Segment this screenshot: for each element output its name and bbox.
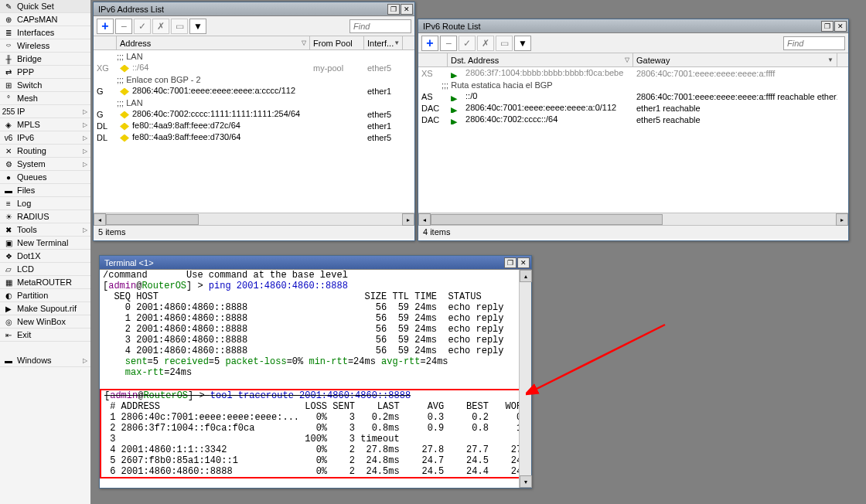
sidebar-item-files[interactable]: ▬Files: [0, 184, 90, 197]
remove-button[interactable]: −: [115, 19, 132, 34]
chevron-right-icon: ▷: [83, 148, 87, 155]
sidebar-item-exit[interactable]: ⇤Exit: [0, 329, 90, 342]
close-button[interactable]: ✕: [834, 21, 847, 32]
col-flags[interactable]: [418, 53, 448, 66]
sidebar-item-new-terminal[interactable]: ▣New Terminal: [0, 237, 90, 250]
remove-button[interactable]: −: [440, 36, 457, 51]
find-input[interactable]: [349, 19, 411, 33]
filter-button[interactable]: ▼: [514, 36, 531, 51]
sidebar-item-lcd[interactable]: ▱LCD: [0, 263, 90, 276]
table-row[interactable]: DLfe80::4aa9:8aff:feee:d730/64ether5: [94, 131, 414, 143]
col-dst[interactable]: Dst. Address▽: [448, 53, 633, 66]
table-row[interactable]: ;;; Enlace con BGP - 2: [94, 73, 414, 85]
restore-button[interactable]: ❐: [821, 21, 834, 32]
interfaces-icon: ≣: [3, 27, 14, 38]
sidebar-item-mpls[interactable]: ◈MPLS▷: [0, 118, 90, 131]
filter-button[interactable]: ▼: [189, 19, 206, 34]
restore-button[interactable]: ❐: [387, 4, 400, 15]
route-icon: ▶: [451, 117, 460, 124]
sidebar-item-log[interactable]: ≡Log: [0, 197, 90, 210]
ipv6-route-list-window: IPv6 Route List ❐ ✕ + − ✓ ✗ ▭ ▼ Dst. Add…: [418, 19, 849, 241]
address-icon: [120, 111, 129, 119]
comment-button[interactable]: ▭: [496, 36, 513, 51]
sidebar-item-routing[interactable]: ✕Routing▷: [0, 145, 90, 158]
table-row[interactable]: DLfe80::4aa9:8aff:feee:d72c/64ether1: [94, 120, 414, 131]
disable-button[interactable]: ✗: [477, 36, 494, 51]
enable-button[interactable]: ✓: [459, 36, 476, 51]
sidebar-item-label: PPP: [17, 67, 34, 77]
sidebar-item-label: MetaROUTER: [17, 278, 72, 287]
sidebar-item-quick-set[interactable]: ✎Quick Set: [0, 0, 90, 13]
sidebar-item-switch[interactable]: ⊞Switch: [0, 79, 90, 92]
statusbar: 5 items: [94, 225, 414, 239]
close-button[interactable]: ✕: [401, 4, 413, 15]
sidebar-item-label: Dot1X: [17, 251, 41, 261]
titlebar[interactable]: IPv6 Address List ❐ ✕: [94, 2, 414, 16]
find-input[interactable]: [783, 36, 845, 50]
terminal-window: Terminal <1> ❐ ✕ /command Use command at…: [99, 255, 532, 489]
sidebar-item-ip[interactable]: 255IP▷: [0, 105, 90, 118]
table-row[interactable]: XS▶ 2806:3f7:1004:bbbb:bbbb:bbbb:f0ca:be…: [418, 67, 848, 79]
bridge-icon: ╫: [3, 53, 14, 64]
address-icon: [120, 135, 129, 142]
routing-icon: ✕: [3, 145, 14, 156]
v-scrollbar[interactable]: ▴ ▾: [519, 270, 531, 488]
partition-icon: ◐: [3, 290, 14, 301]
windows-icon: ▬: [3, 355, 14, 366]
table-row[interactable]: G2806:40c:7001:eeee:eeee:eeee:a:cccc/112…: [94, 85, 414, 97]
sidebar-item-make-supout.rif[interactable]: ▶Make Supout.rif: [0, 302, 90, 315]
col-iface[interactable]: Interf...▼: [364, 36, 403, 49]
sidebar-item-mesh[interactable]: °Mesh: [0, 92, 90, 105]
col-flags[interactable]: [94, 36, 117, 49]
sidebar-item-radius[interactable]: ☀RADIUS: [0, 210, 90, 223]
h-scrollbar[interactable]: ◂ ▸: [418, 213, 848, 225]
sidebar-item-wireless[interactable]: ⌔Wireless: [0, 39, 90, 53]
table-row[interactable]: AS▶ ::/02806:40c:7001:eeee:eeee:eeee:a:f…: [418, 90, 848, 102]
table-row[interactable]: DAC▶ 2806:40c:7002:cccc::/64ether5 reach…: [418, 114, 848, 125]
sidebar-item-label: Switch: [17, 80, 42, 90]
terminal-output[interactable]: /command Use command at the base level […: [100, 270, 531, 486]
comment-button[interactable]: ▭: [171, 19, 188, 34]
restore-button[interactable]: ❐: [504, 257, 517, 268]
toolbar: + − ✓ ✗ ▭ ▼: [94, 16, 414, 36]
h-scrollbar[interactable]: ◂ ▸: [94, 213, 414, 225]
sidebar-item-queues[interactable]: ●Queues: [0, 171, 90, 184]
table-row[interactable]: ;;; LAN: [94, 97, 414, 108]
add-button[interactable]: +: [421, 36, 438, 51]
sidebar-item-metarouter[interactable]: ▦MetaROUTER: [0, 276, 90, 289]
enable-button[interactable]: ✓: [134, 19, 151, 34]
table-row[interactable]: XG::/64my-poolether5: [94, 62, 414, 73]
tools-icon: ✖: [3, 224, 14, 235]
col-pool[interactable]: From Pool: [310, 36, 364, 49]
table-row[interactable]: G2806:40c:7002:cccc:1111:1111:1111:254/6…: [94, 108, 414, 120]
sidebar-item-new-winbox[interactable]: ◎New WinBox: [0, 315, 90, 329]
titlebar[interactable]: IPv6 Route List ❐ ✕: [418, 19, 848, 33]
sidebar-item-label: IP: [17, 107, 25, 116]
sidebar-item-ppp[interactable]: ⇄PPP: [0, 66, 90, 79]
col-gw[interactable]: Gateway▼: [633, 53, 837, 66]
titlebar[interactable]: Terminal <1> ❐ ✕: [100, 256, 531, 270]
close-button[interactable]: ✕: [517, 257, 530, 268]
table-row[interactable]: ;;; LAN: [94, 50, 414, 62]
sidebar-item-label: New Terminal: [17, 238, 68, 247]
sidebar-item-label: Log: [17, 199, 31, 208]
sidebar-item-bridge[interactable]: ╫Bridge: [0, 53, 90, 66]
disable-button[interactable]: ✗: [152, 19, 169, 34]
ipv6-icon: v6: [3, 132, 14, 143]
table-row[interactable]: ;;; Ruta estatica hacia el BGP: [418, 79, 848, 90]
sidebar-item-system[interactable]: ⚙System▷: [0, 158, 90, 171]
sidebar-item-tools[interactable]: ✖Tools▷: [0, 223, 90, 237]
sidebar-item-ipv6[interactable]: v6IPv6▷: [0, 131, 90, 145]
table-row[interactable]: DAC▶ 2806:40c:7001:eeee:eeee:eeee:a:0/11…: [418, 102, 848, 114]
sidebar-item-label: RADIUS: [17, 212, 49, 221]
queues-icon: ●: [3, 172, 14, 182]
sidebar-item-capsman[interactable]: ⊕CAPsMAN: [0, 13, 90, 26]
sidebar-item-dot1x[interactable]: ❖Dot1X: [0, 250, 90, 263]
sidebar-item-interfaces[interactable]: ≣Interfaces: [0, 26, 90, 39]
add-button[interactable]: +: [97, 19, 114, 34]
sidebar-item-windows[interactable]: ▬Windows▷: [0, 354, 90, 367]
sidebar-item-partition[interactable]: ◐Partition: [0, 289, 90, 302]
sidebar: ✎Quick Set⊕CAPsMAN≣Interfaces⌔Wireless╫B…: [0, 0, 91, 504]
mesh-icon: °: [3, 93, 14, 104]
col-address[interactable]: Address▽: [117, 36, 310, 49]
